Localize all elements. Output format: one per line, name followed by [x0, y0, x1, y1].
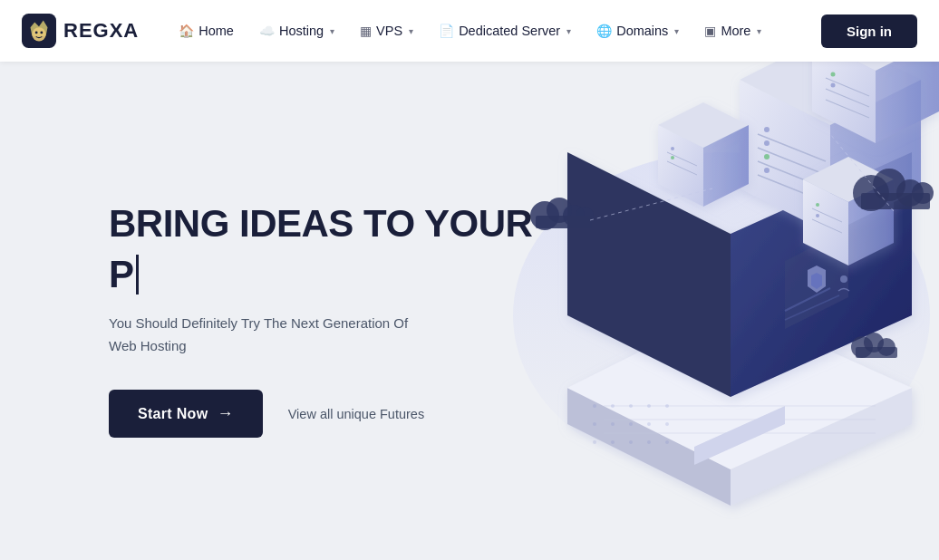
svg-point-73 — [629, 422, 633, 426]
nav-item-dedicated-server[interactable]: 📄 Dedicated Server ▾ — [428, 16, 582, 45]
vps-chevron-icon: ▾ — [409, 26, 413, 36]
arrow-right-icon: → — [217, 404, 233, 423]
svg-point-36 — [831, 72, 836, 77]
nav-item-more[interactable]: ▣ More ▾ — [693, 16, 772, 45]
nav-item-vps[interactable]: ▦ VPS ▾ — [349, 16, 424, 45]
svg-rect-61 — [861, 193, 930, 209]
svg-point-71 — [593, 422, 596, 426]
svg-point-79 — [647, 440, 651, 444]
domains-chevron-icon: ▾ — [674, 26, 679, 36]
svg-point-77 — [611, 440, 615, 444]
domains-icon: 🌐 — [596, 24, 612, 38]
svg-point-27 — [764, 140, 770, 146]
svg-point-66 — [593, 404, 596, 408]
svg-point-28 — [764, 154, 770, 159]
hero-text-block: BRING IDEAS TO YOUR P You Should Definit… — [109, 202, 544, 439]
hero-title-line1: BRING IDEAS TO YOUR — [109, 202, 544, 246]
start-now-button[interactable]: Start Now → — [109, 390, 263, 438]
svg-point-37 — [831, 83, 836, 88]
svg-point-67 — [611, 404, 615, 408]
signin-button[interactable]: Sign in — [821, 14, 917, 48]
svg-point-76 — [593, 440, 596, 444]
hosting-chevron-icon: ▾ — [330, 26, 334, 36]
more-icon: ▣ — [704, 24, 716, 38]
brand-logo-icon — [22, 14, 56, 48]
svg-rect-65 — [856, 347, 897, 358]
view-futures-link[interactable]: View all unique Futures — [288, 407, 424, 421]
svg-point-29 — [764, 168, 770, 173]
svg-point-74 — [647, 422, 651, 426]
nav-item-hosting[interactable]: ☁️ Hosting ▾ — [248, 16, 345, 45]
cloud-icon: ☁️ — [259, 24, 275, 38]
more-chevron-icon: ▾ — [757, 26, 761, 36]
vps-icon: ▦ — [360, 24, 372, 38]
nav-item-domains[interactable]: 🌐 Domains ▾ — [586, 16, 690, 45]
svg-point-75 — [665, 422, 669, 426]
nav-item-home[interactable]: 🏠 Home — [168, 16, 245, 45]
svg-point-80 — [665, 440, 669, 444]
navbar: REGXA 🏠 Home ☁️ Hosting ▾ ▦ VPS ▾ 📄 Dedi… — [0, 0, 939, 62]
brand-name-text: REGXA — [63, 19, 139, 43]
home-icon: 🏠 — [179, 24, 194, 38]
nav-links: 🏠 Home ☁️ Hosting ▾ ▦ VPS ▾ 📄 Dedicated … — [168, 16, 821, 45]
hero-subtitle: You Should Definitely Try The Next Gener… — [109, 313, 435, 358]
svg-point-43 — [671, 147, 674, 150]
brand-logo-link[interactable]: REGXA — [22, 14, 139, 48]
dedicated-chevron-icon: ▾ — [566, 26, 571, 36]
svg-point-3 — [40, 31, 43, 34]
svg-point-51 — [816, 214, 819, 217]
svg-point-70 — [665, 404, 669, 408]
server-icon: 📄 — [439, 24, 454, 38]
hero-title-line2: P — [109, 253, 544, 296]
svg-point-18 — [840, 275, 847, 283]
svg-point-69 — [647, 404, 651, 408]
svg-rect-56 — [536, 216, 592, 228]
svg-point-68 — [629, 404, 633, 408]
svg-point-72 — [611, 422, 615, 426]
cursor-blink — [136, 255, 139, 294]
svg-point-2 — [35, 31, 38, 34]
svg-point-44 — [671, 156, 674, 159]
hero-section: BRING IDEAS TO YOUR P You Should Definit… — [0, 62, 939, 560]
svg-point-1 — [32, 27, 45, 41]
hero-actions: Start Now → View all unique Futures — [109, 390, 544, 438]
svg-point-26 — [764, 127, 770, 132]
svg-point-78 — [629, 440, 633, 444]
svg-point-50 — [816, 203, 819, 207]
